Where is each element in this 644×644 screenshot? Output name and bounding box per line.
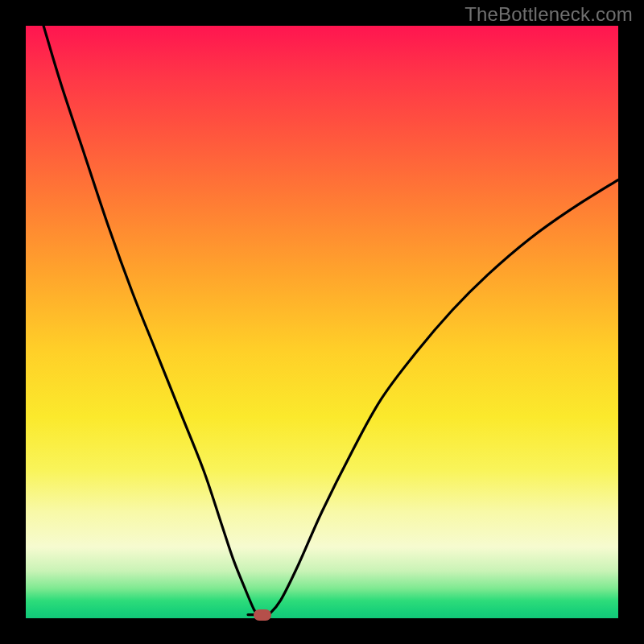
plot-area <box>26 26 618 618</box>
bottleneck-curve <box>26 26 618 618</box>
curve-path <box>43 26 618 616</box>
watermark-text: TheBottleneck.com <box>464 3 633 26</box>
chart-frame: TheBottleneck.com <box>0 0 644 644</box>
optimal-point-marker <box>254 609 271 621</box>
